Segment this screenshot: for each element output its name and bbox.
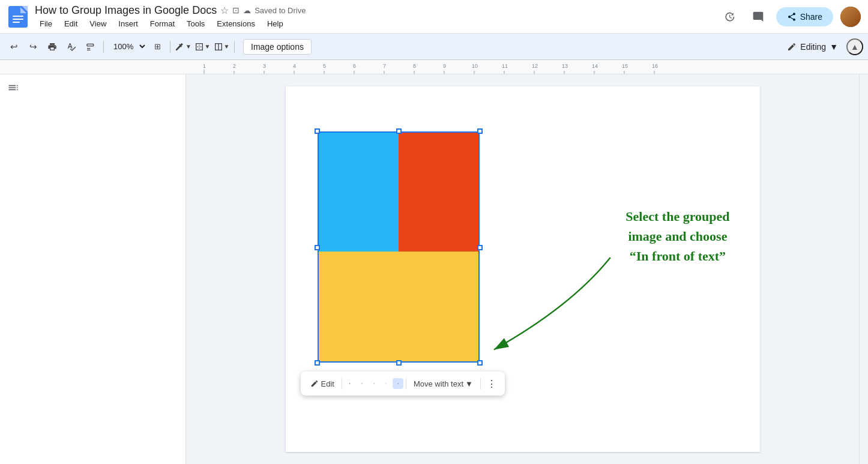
handle-bottom-right[interactable] <box>477 360 483 366</box>
handle-middle-left[interactable] <box>315 245 320 250</box>
move-with-text-label: Move with text <box>414 379 463 388</box>
editing-label: Editing <box>800 42 826 52</box>
menu-file[interactable]: File <box>35 18 57 29</box>
star-icon[interactable]: ☆ <box>220 5 229 16</box>
svg-text:3: 3 <box>263 63 266 69</box>
ruler: 1 2 3 4 5 6 7 8 9 10 11 12 13 1 <box>0 60 868 74</box>
svg-text:15: 15 <box>622 63 628 69</box>
svg-rect-50 <box>385 384 386 384</box>
svg-text:10: 10 <box>472 63 478 69</box>
annotation-line3: “In front of text” <box>625 246 729 266</box>
handle-bottom-left[interactable] <box>315 360 320 366</box>
document-page: Select the grouped image and choose “In … <box>286 86 760 452</box>
image-yellow <box>319 252 478 361</box>
handle-top-middle[interactable] <box>396 128 402 134</box>
image-group[interactable] <box>318 131 480 363</box>
svg-text:8: 8 <box>413 63 416 69</box>
svg-text:5: 5 <box>323 63 326 69</box>
collapse-toolbar-button[interactable]: ▲ <box>846 38 863 55</box>
svg-rect-41 <box>362 384 363 384</box>
history-icon[interactable] <box>719 6 740 28</box>
image-toolbar: Edit <box>301 372 505 396</box>
image-red <box>399 133 478 252</box>
annotation: Select the grouped image and choose “In … <box>625 206 729 266</box>
menu-help[interactable]: Help <box>262 18 288 29</box>
menu-insert[interactable]: Insert <box>113 18 143 29</box>
svg-text:12: 12 <box>532 63 538 69</box>
outline-icon[interactable] <box>0 74 185 104</box>
svg-text:2: 2 <box>233 63 236 69</box>
wrap-inline-button[interactable] <box>345 378 355 389</box>
move-with-text-chevron-icon: ▼ <box>465 379 473 388</box>
image-options-button[interactable]: Image options <box>243 39 312 55</box>
handle-top-left[interactable] <box>315 128 320 134</box>
left-panel <box>0 74 186 464</box>
handle-top-right[interactable] <box>477 128 483 134</box>
svg-rect-2 <box>13 19 23 20</box>
highlight-color-button[interactable]: ▼ <box>174 38 192 56</box>
editing-dropdown[interactable]: Editing ▼ <box>782 40 843 54</box>
annotation-line2: image and choose <box>625 226 729 246</box>
undo-button[interactable]: ↩ <box>5 38 23 56</box>
handle-bottom-middle[interactable] <box>396 360 402 366</box>
svg-text:1: 1 <box>203 63 206 69</box>
spell-check-button[interactable] <box>62 38 80 56</box>
toolbar: ↩ ↪ 100% 75% 125% 150% ⊞ ▼ ▼ ▼ Image opt… <box>0 34 868 60</box>
share-button[interactable]: Share <box>776 7 833 26</box>
cloud-icon: ☁ <box>243 6 251 15</box>
paint-format-button[interactable] <box>82 38 100 56</box>
menu-tools[interactable]: Tools <box>182 18 209 29</box>
svg-rect-55 <box>397 384 398 384</box>
folder-icon[interactable]: ⊡ <box>232 5 240 15</box>
svg-rect-46 <box>374 384 375 384</box>
columns-button[interactable]: ▼ <box>212 38 231 56</box>
svg-rect-1 <box>13 16 23 17</box>
zoom-expand-button[interactable]: ⊞ <box>148 38 166 56</box>
app-icon <box>7 6 29 28</box>
menu-edit[interactable]: Edit <box>59 18 82 29</box>
document-area[interactable]: Select the grouped image and choose “In … <box>186 74 859 464</box>
svg-rect-3 <box>13 22 20 23</box>
svg-text:6: 6 <box>353 63 356 69</box>
wrap-front-text-button[interactable] <box>393 378 403 389</box>
document-title: How to Group Images in Google Docs <box>35 4 217 17</box>
redo-button[interactable]: ↪ <box>24 38 42 56</box>
menu-extensions[interactable]: Extensions <box>212 18 260 29</box>
more-options-button[interactable]: ⋮ <box>483 375 500 392</box>
wrap-tight-button[interactable] <box>369 378 379 389</box>
svg-text:13: 13 <box>562 63 568 69</box>
svg-text:11: 11 <box>502 63 508 69</box>
menu-format[interactable]: Format <box>145 18 179 29</box>
svg-text:4: 4 <box>293 63 296 69</box>
svg-text:7: 7 <box>383 63 386 69</box>
wrap-behind-text-button[interactable] <box>381 378 391 389</box>
saved-status: Saved to Drive <box>255 6 306 15</box>
main-area: Select the grouped image and choose “In … <box>0 74 868 464</box>
title-bar: How to Group Images in Google Docs ☆ ⊡ ☁… <box>0 0 868 34</box>
svg-text:16: 16 <box>652 63 658 69</box>
header-right: Share <box>719 6 861 28</box>
print-button[interactable] <box>43 38 61 56</box>
wrap-square-button[interactable] <box>357 378 367 389</box>
edit-image-button[interactable]: Edit <box>306 377 339 391</box>
zoom-selector[interactable]: 100% 75% 125% 150% <box>107 39 147 54</box>
move-with-text-dropdown[interactable]: Move with text ▼ <box>409 377 478 391</box>
share-label: Share <box>800 12 822 22</box>
editing-chevron-icon: ▼ <box>830 42 838 52</box>
menu-bar: File Edit View Insert Format Tools Exten… <box>35 18 306 29</box>
handle-middle-right[interactable] <box>477 245 483 250</box>
svg-rect-37 <box>349 383 350 384</box>
comments-icon[interactable] <box>747 6 769 28</box>
svg-text:14: 14 <box>592 63 598 69</box>
image-group-container[interactable] <box>318 131 480 363</box>
image-blue <box>319 133 399 252</box>
svg-text:9: 9 <box>443 63 446 69</box>
avatar[interactable] <box>840 7 861 27</box>
right-panel <box>859 74 868 464</box>
edit-label: Edit <box>321 379 334 388</box>
menu-view[interactable]: View <box>85 18 111 29</box>
borders-button[interactable]: ▼ <box>193 38 211 56</box>
annotation-line1: Select the grouped <box>625 206 729 226</box>
